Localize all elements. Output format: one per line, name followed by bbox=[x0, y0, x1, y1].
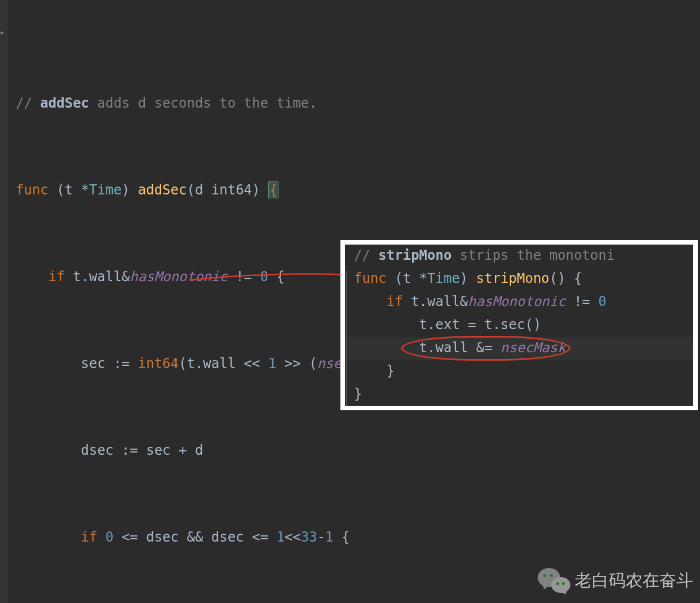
keyword-func: func bbox=[16, 182, 48, 198]
popup-code-line[interactable]: t.ext = t.sec() bbox=[345, 314, 693, 337]
popup-code-line[interactable]: } bbox=[345, 383, 693, 406]
function-name: addSec bbox=[138, 182, 187, 198]
wechat-icon bbox=[538, 567, 570, 594]
watermark: 老白码农在奋斗 bbox=[538, 567, 693, 594]
popup-fold-line bbox=[346, 271, 347, 406]
comment: // addSec adds d seconds to the time. bbox=[16, 95, 317, 111]
brace-highlight: { bbox=[268, 181, 278, 198]
gutter bbox=[0, 0, 8, 603]
comment: // stripMono strips the monotoni bbox=[354, 247, 614, 263]
watermark-text: 老白码农在奋斗 bbox=[575, 567, 693, 594]
popup-code-line-highlight[interactable]: t.wall &= nsecMask bbox=[345, 337, 693, 360]
popup-code-line[interactable]: func (t *Time) stripMono() { bbox=[345, 268, 693, 291]
definition-popup[interactable]: // stripMono strips the monotoni func (t… bbox=[340, 240, 698, 410]
fold-marker-icon[interactable]: ▾ bbox=[0, 29, 6, 36]
popup-code-line[interactable]: if t.wall&hasMonotonic != 0 bbox=[345, 291, 693, 314]
type-name: Time bbox=[89, 182, 122, 198]
code-line[interactable]: dsec := sec + d bbox=[2, 440, 700, 462]
code-line[interactable]: // addSec adds d seconds to the time. bbox=[2, 92, 700, 114]
popup-code-line[interactable]: } bbox=[345, 360, 693, 383]
code-line[interactable]: ▾func (t *Time) addSec(d int64) { bbox=[2, 179, 700, 201]
code-line[interactable]: if 0 <= dsec && dsec <= 1<<33-1 { bbox=[2, 526, 700, 548]
function-name: stripMono bbox=[476, 271, 550, 286]
popup-code-line[interactable]: // stripMono strips the monotoni bbox=[345, 245, 693, 268]
